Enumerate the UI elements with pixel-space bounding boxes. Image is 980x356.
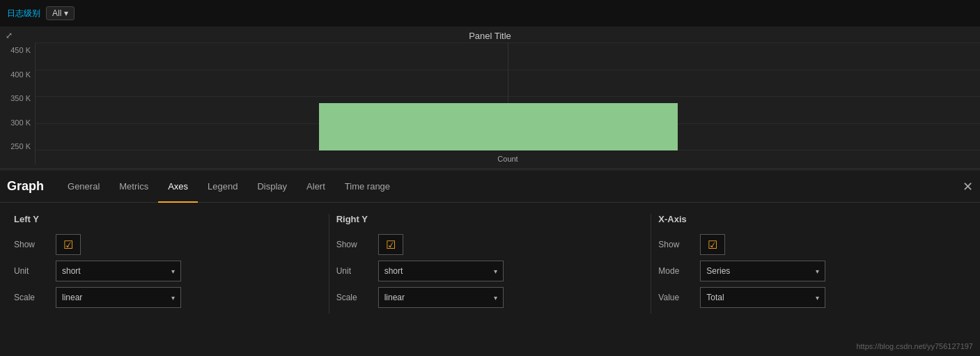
y-axis: 450 K 400 K 350 K 300 K 250 K [0, 42, 35, 164]
all-dropdown[interactable]: All ▾ [46, 6, 75, 20]
chart-plot: Count [35, 42, 980, 164]
left-y-show-checkbox[interactable]: ☑ [56, 234, 81, 255]
settings-content: Left Y Show ☑ Unit short ▾ Scale linear … [0, 203, 980, 325]
x-axis-value-arrow: ▾ [816, 294, 819, 302]
x-axis-mode-arrow: ▾ [816, 268, 819, 275]
left-y-scale-select[interactable]: linear ▾ [56, 287, 181, 308]
tab-alert[interactable]: Alert [297, 171, 335, 203]
checkbox-checked-icon-3: ☑ [708, 238, 717, 251]
graph-label: Graph [7, 179, 44, 194]
left-y-scale-value: linear [62, 293, 82, 302]
panel-editor: Graph General Metrics Axes Legend Displa… [0, 169, 980, 325]
left-y-unit-arrow: ▾ [171, 268, 175, 275]
x-axis-show-row: Show ☑ [658, 234, 945, 255]
left-y-title: Left Y [14, 214, 301, 224]
right-y-unit-value: short [384, 266, 403, 276]
chart-bar [319, 103, 678, 150]
tab-time-range[interactable]: Time range [335, 171, 400, 203]
right-y-section: Right Y Show ☑ Unit short ▾ Scale linear… [336, 214, 644, 314]
right-y-unit-label: Unit [336, 266, 378, 276]
right-y-unit-row: Unit short ▾ [336, 261, 623, 281]
section-divider-1 [329, 214, 329, 314]
tabs-row: Graph General Metrics Axes Legend Displa… [0, 171, 980, 203]
right-y-scale-arrow: ▾ [494, 294, 497, 302]
top-bar: 日志级别 All ▾ [0, 0, 980, 26]
log-level-label: 日志级别 [7, 8, 40, 20]
tab-display[interactable]: Display [247, 171, 297, 203]
x-axis-mode-label: Mode [658, 266, 700, 276]
x-axis-value-value: Total [706, 293, 724, 302]
x-axis-title: X-Axis [658, 214, 945, 224]
right-y-scale-value: linear [384, 293, 405, 302]
dropdown-arrow-icon: ▾ [64, 8, 68, 18]
x-axis-mode-select[interactable]: Series ▾ [700, 261, 825, 281]
tab-axes[interactable]: Axes [158, 171, 198, 203]
left-y-unit-label: Unit [14, 266, 56, 276]
tab-legend[interactable]: Legend [198, 171, 247, 203]
left-y-show-label: Show [14, 240, 56, 249]
y-label-1: 450 K [10, 46, 31, 54]
x-axis-value-select[interactable]: Total ▾ [700, 287, 825, 308]
x-axis-value-label: Value [658, 293, 700, 302]
x-axis-mode-row: Mode Series ▾ [658, 261, 945, 281]
left-y-scale-row: Scale linear ▾ [14, 287, 301, 308]
tab-general[interactable]: General [58, 171, 109, 203]
y-label-5: 250 K [10, 142, 31, 150]
right-y-show-checkbox[interactable]: ☑ [378, 234, 403, 255]
checkbox-checked-icon: ☑ [63, 238, 73, 251]
y-label-3: 350 K [10, 94, 31, 102]
x-axis-label: Count [497, 155, 518, 163]
right-y-show-label: Show [336, 240, 378, 249]
right-y-title: Right Y [336, 214, 623, 224]
all-dropdown-value: All [52, 8, 61, 18]
section-divider-2 [651, 214, 651, 314]
left-y-scale-label: Scale [14, 293, 56, 302]
y-label-4: 300 K [10, 118, 31, 127]
chart-container: ⤢ Panel Title 450 K 400 K 350 K 300 K 25… [0, 26, 980, 169]
x-axis-show-label: Show [658, 240, 700, 249]
panel-title: Panel Title [0, 26, 980, 42]
x-axis-show-checkbox[interactable]: ☑ [700, 234, 725, 255]
chart-body: 450 K 400 K 350 K 300 K 250 K Count [0, 42, 980, 164]
left-y-unit-select[interactable]: short ▾ [56, 261, 181, 281]
watermark: https://blog.csdn.net/yy756127197 [856, 342, 973, 350]
right-y-scale-row: Scale linear ▾ [336, 287, 623, 308]
left-y-show-row: Show ☑ [14, 234, 301, 255]
right-y-scale-label: Scale [336, 293, 378, 302]
left-y-unit-row: Unit short ▾ [14, 261, 301, 281]
x-axis-section: X-Axis Show ☑ Mode Series ▾ Value Total … [658, 214, 966, 314]
tab-metrics[interactable]: Metrics [109, 171, 158, 203]
checkbox-checked-icon-2: ☑ [386, 238, 396, 251]
right-y-show-row: Show ☑ [336, 234, 623, 255]
x-axis-mode-value: Series [706, 266, 730, 276]
left-y-scale-arrow: ▾ [171, 294, 175, 302]
right-y-unit-arrow: ▾ [494, 268, 497, 275]
left-y-section: Left Y Show ☑ Unit short ▾ Scale linear … [14, 214, 322, 314]
right-y-unit-select[interactable]: short ▾ [378, 261, 504, 281]
right-y-scale-select[interactable]: linear ▾ [378, 287, 504, 308]
close-button[interactable]: ✕ [963, 179, 973, 194]
left-y-unit-value: short [62, 266, 81, 276]
y-label-2: 400 K [10, 70, 31, 79]
x-axis-value-row: Value Total ▾ [658, 287, 945, 308]
expand-icon[interactable]: ⤢ [6, 31, 13, 40]
